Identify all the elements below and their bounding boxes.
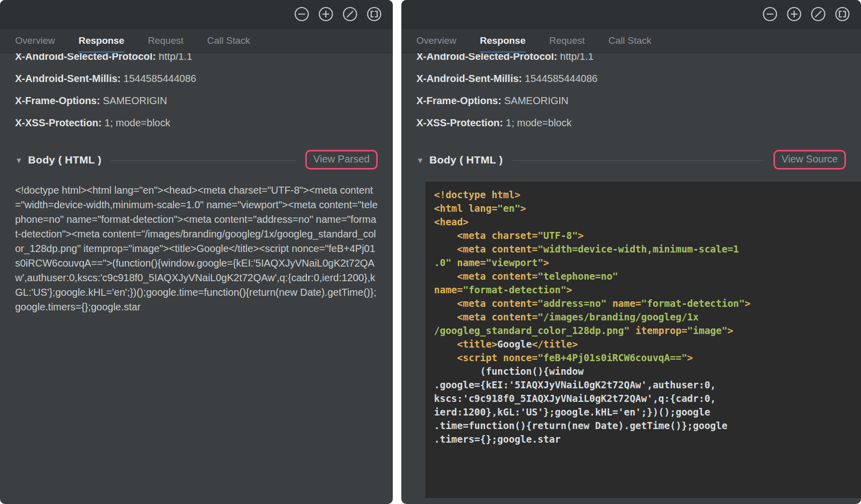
zoom-out-icon[interactable] [761,6,779,23]
reset-zoom-icon[interactable] [810,6,827,23]
code-line: (function(){window [434,365,856,378]
tab-overview[interactable]: Overview [15,29,55,53]
tab-request[interactable]: Request [549,29,585,53]
tab-bar: OverviewResponseRequestCall Stack [0,29,393,53]
code-line: kscs:'c9c918f0_5IAQXJyVNaiL0gK2t72QAw',q… [434,392,856,405]
view-source-button[interactable]: View Source [773,150,846,170]
header-row: X-Android-Sent-Millis: 1544585444086 [15,67,378,90]
zoom-in-icon[interactable] [786,6,803,23]
tab-call-stack[interactable]: Call Stack [207,29,250,53]
header-key: X-XSS-Protection: [416,117,503,128]
body-section-header: ▼ Body ( HTML ) View Parsed [15,150,378,170]
code-line: .google={kEI:'5IAQXJyVNaiL0gK2t72QAw',au… [434,378,856,392]
header-value: http/1.1 [557,53,593,62]
header-key: X-Android-Selected-Protocol: [416,53,557,62]
header-key: X-Frame-Options: [15,95,100,106]
code-line: <!doctype html> [434,188,856,202]
response-body-source-code: <!doctype html><html lang="en"><head> <m… [425,182,861,498]
zoom-to-fit-icon[interactable] [366,6,383,23]
collapse-arrow-icon[interactable]: ▼ [416,156,424,164]
profiler-toolbar [401,0,861,29]
headers-list: X-Android-Selected-Protocol: http/1.1X-A… [15,53,378,134]
header-value: http/1.1 [156,53,192,62]
tab-call-stack[interactable]: Call Stack [609,29,652,53]
code-line: <meta content="telephone=no" [434,270,856,283]
header-key: X-Android-Selected-Protocol: [15,53,156,62]
code-line: ierd:1200},kGL:'US'};google.kHL='en';})(… [434,405,856,419]
code-line: .time=function(){return(new Date).getTim… [434,419,856,433]
headers-list: X-Android-Selected-Protocol: http/1.1X-A… [416,53,846,134]
code-line: /googleg_standard_color_128dp.png" itemp… [434,324,856,338]
header-row: X-Frame-Options: SAMEORIGIN [15,90,378,112]
header-value: SAMEORIGIN [100,95,167,106]
code-line: name="format-detection"> [434,283,856,297]
tab-response[interactable]: Response [480,29,526,53]
code-line: <meta content="width=device-width,minimu… [434,242,856,256]
view-parsed-button[interactable]: View Parsed [305,150,378,170]
header-value: 1; mode=block [102,117,170,128]
zoom-to-fit-icon[interactable] [834,6,851,23]
header-row: X-XSS-Protection: 1; mode=block [416,112,846,134]
code-line: <script nonce="feB+4Pj01s0iRCW6couvqA=="… [434,351,856,365]
header-row: X-XSS-Protection: 1; mode=block [15,112,378,134]
header-key: X-XSS-Protection: [15,117,102,128]
body-section-label: Body ( HTML ) [28,154,102,166]
profiler-toolbar [0,0,393,29]
header-row: X-Android-Selected-Protocol: http/1.1 [416,53,846,67]
body-section-label: Body ( HTML ) [429,154,503,166]
response-tab-content: X-Android-Selected-Protocol: http/1.1X-A… [0,53,393,504]
tab-bar: OverviewResponseRequestCall Stack [401,29,861,53]
section-divider [111,160,296,161]
header-key: X-Android-Sent-Millis: [15,73,121,84]
network-inspector-panel-left: OverviewResponseRequestCall Stack X-Andr… [0,0,393,504]
header-value: SAMEORIGIN [501,95,568,106]
zoom-out-icon[interactable] [293,6,310,23]
comparison-root: OverviewResponseRequestCall Stack X-Andr… [0,0,861,504]
reset-zoom-icon[interactable] [341,6,359,23]
header-row: X-Android-Sent-Millis: 1544585444086 [416,67,846,90]
response-body-parsed-text: <!doctype html><html lang="en"><head><me… [15,183,378,314]
code-line: <meta content="address=no" name="format-… [434,297,856,310]
code-line: <meta charset="UTF-8"> [434,229,856,242]
tab-overview[interactable]: Overview [416,29,456,53]
code-line: <html lang="en"> [434,202,856,215]
body-section-header: ▼ Body ( HTML ) View Source [416,150,846,170]
tab-response[interactable]: Response [78,29,124,53]
zoom-in-icon[interactable] [317,6,334,23]
tab-request[interactable]: Request [148,29,184,53]
header-row: X-Android-Selected-Protocol: http/1.1 [15,53,378,67]
code-line: <meta content="/images/branding/googleg/… [434,310,856,324]
response-tab-content: X-Android-Selected-Protocol: http/1.1X-A… [401,53,861,504]
code-line: <title>Google</title> [434,338,856,351]
header-row: X-Frame-Options: SAMEORIGIN [416,90,846,112]
zoom-controls [761,6,851,23]
zoom-controls [293,6,383,23]
code-line: <head> [434,215,856,229]
code-line: .timers={};google.star [434,433,856,446]
header-value: 1544585444086 [522,73,597,84]
header-key: X-Frame-Options: [416,95,501,106]
header-key: X-Android-Sent-Millis: [416,73,522,84]
section-divider [512,160,764,161]
header-value: 1544585444086 [121,73,196,84]
header-value: 1; mode=block [503,117,571,128]
network-inspector-panel-right: OverviewResponseRequestCall Stack X-Andr… [401,0,861,504]
collapse-arrow-icon[interactable]: ▼ [15,156,23,164]
code-line: .0" name="viewport"> [434,256,856,270]
